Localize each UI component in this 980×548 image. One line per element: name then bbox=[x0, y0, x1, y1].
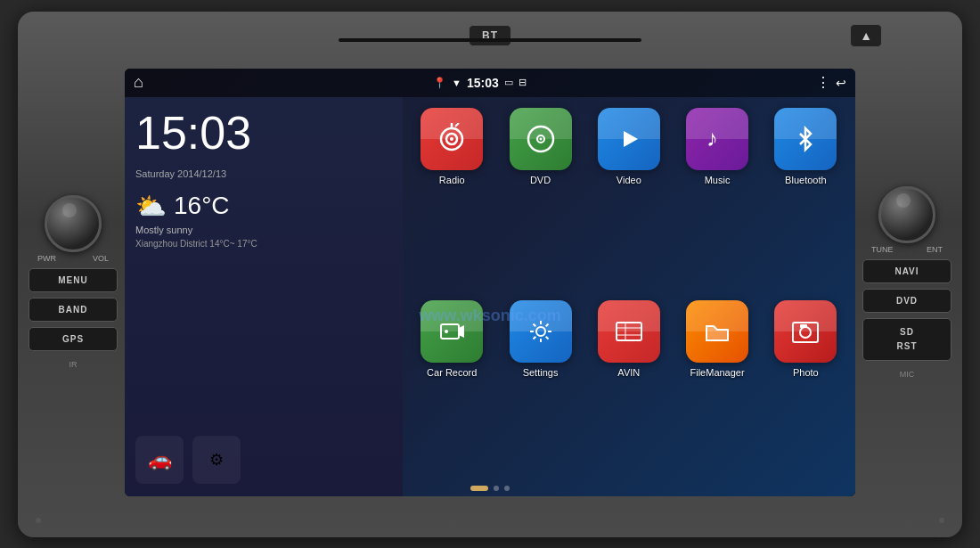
right-controls: TUNE ENT NAVI DVD SDRST MIC bbox=[862, 186, 951, 379]
left-panel: 15:03 Saturday 2014/12/13 ⛅ 16°C Mostly … bbox=[125, 97, 403, 496]
screen-content: 15:03 Saturday 2014/12/13 ⛅ 16°C Mostly … bbox=[125, 97, 855, 496]
app-icon-avin bbox=[598, 300, 660, 363]
app-item-car-record[interactable]: Car Record bbox=[412, 300, 493, 486]
bt-button[interactable]: BT bbox=[469, 25, 511, 46]
svg-point-12 bbox=[445, 330, 448, 333]
bottom-strip bbox=[18, 512, 962, 528]
mic-label: MIC bbox=[900, 370, 915, 379]
car-unit: BT ▲ PWR VOL MENU BAND GPS IR ⌂ bbox=[18, 12, 962, 537]
app-icon-bluetooth bbox=[774, 108, 837, 170]
nav-dot-3 bbox=[504, 486, 510, 491]
app-item-avin[interactable]: AVIN bbox=[588, 300, 669, 486]
navi-button[interactable]: NAVI bbox=[862, 259, 951, 283]
pwr-label: PWR bbox=[37, 254, 56, 263]
weather-sub: Xiangzhou District 14°C~ 17°C bbox=[135, 239, 392, 249]
gps-button[interactable]: GPS bbox=[29, 327, 118, 351]
sd-rst-button[interactable]: SDRST bbox=[862, 318, 951, 361]
svg-rect-20 bbox=[800, 324, 807, 328]
back-icon[interactable]: ↩ bbox=[836, 76, 846, 90]
app-icon-dvd bbox=[510, 108, 572, 170]
app-item-dvd[interactable]: DVD bbox=[500, 108, 581, 293]
app-label-bluetooth: Bluetooth bbox=[785, 175, 826, 185]
top-strip: BT ▲ bbox=[18, 19, 962, 53]
car-icon: 🚗 bbox=[148, 448, 172, 471]
svg-text:♪: ♪ bbox=[706, 125, 718, 151]
cd-slot bbox=[339, 38, 641, 42]
weather-section: ⛅ 16°C Mostly sunny Xiangzhou District 1… bbox=[135, 192, 392, 249]
ent-label: ENT bbox=[927, 245, 943, 254]
vol-label: VOL bbox=[93, 254, 109, 263]
bottom-dot-right bbox=[939, 518, 944, 523]
nav-dots bbox=[470, 486, 510, 491]
weather-desc: Mostly sunny bbox=[135, 225, 392, 235]
app-label-filemanager: FileManager bbox=[690, 367, 745, 378]
tune-knob[interactable] bbox=[878, 186, 935, 243]
app-icon-radio bbox=[421, 108, 483, 170]
nav-dot-2 bbox=[494, 486, 499, 491]
right-top-labels: TUNE ENT bbox=[871, 245, 943, 254]
band-button[interactable]: BAND bbox=[29, 298, 118, 322]
svg-line-4 bbox=[455, 123, 459, 127]
svg-rect-18 bbox=[793, 323, 818, 342]
main-row: PWR VOL MENU BAND GPS IR ⌂ 📍 ▼ 15:03 bbox=[18, 53, 962, 512]
weather-temp: 16°C bbox=[174, 192, 230, 220]
app-item-photo[interactable]: Photo bbox=[765, 300, 846, 486]
app-item-music[interactable]: ♪Music bbox=[676, 108, 757, 293]
tune-label: TUNE bbox=[871, 245, 894, 254]
app-item-radio[interactable]: Radio bbox=[412, 108, 493, 293]
app-icon-car-record bbox=[421, 300, 483, 363]
eject-button[interactable]: ▲ bbox=[850, 24, 882, 47]
app-label-avin: AVIN bbox=[617, 367, 640, 378]
app-item-video[interactable]: Video bbox=[588, 108, 669, 293]
left-side-buttons: MENU BAND GPS bbox=[29, 268, 118, 351]
svg-point-19 bbox=[800, 327, 811, 338]
app-icon-settings bbox=[510, 300, 572, 363]
app-icon-photo bbox=[774, 300, 837, 363]
weather-top: ⛅ 16°C bbox=[135, 192, 392, 221]
menu-button[interactable]: MENU bbox=[29, 268, 118, 292]
svg-marker-8 bbox=[624, 131, 638, 147]
dots-widget[interactable]: ⚙ bbox=[192, 436, 241, 484]
app-item-filemanager[interactable]: FileManager bbox=[676, 300, 757, 486]
app-grid: RadioDVDVideo♪MusicBluetoothCar RecordSe… bbox=[403, 97, 855, 496]
volume-knob[interactable] bbox=[45, 195, 102, 252]
status-bar: ⌂ 📍 ▼ 15:03 ▭ ⊟ ⋮ ↩ bbox=[125, 69, 855, 97]
app-item-settings[interactable]: Settings bbox=[500, 300, 581, 486]
app-label-settings: Settings bbox=[523, 367, 559, 378]
svg-rect-10 bbox=[441, 324, 459, 339]
car-widget[interactable]: 🚗 bbox=[135, 436, 184, 484]
date-display: Saturday 2014/12/13 bbox=[135, 168, 392, 179]
screen: ⌂ 📍 ▼ 15:03 ▭ ⊟ ⋮ ↩ bbox=[125, 69, 855, 496]
wifi-icon: ▼ bbox=[452, 78, 461, 88]
dots-icon: ⚙ bbox=[209, 450, 224, 470]
right-side-buttons: NAVI DVD SDRST bbox=[862, 259, 951, 361]
location-icon: 📍 bbox=[433, 77, 446, 89]
app-item-bluetooth[interactable]: Bluetooth bbox=[765, 108, 846, 293]
svg-point-13 bbox=[536, 327, 545, 336]
home-icon[interactable]: ⌂ bbox=[134, 73, 143, 92]
svg-point-2 bbox=[450, 137, 453, 141]
app-label-video: Video bbox=[617, 175, 641, 185]
ir-label: IR bbox=[69, 360, 78, 369]
screen-wrapper: ⌂ 📍 ▼ 15:03 ▭ ⊟ ⋮ ↩ bbox=[125, 69, 855, 496]
svg-rect-14 bbox=[617, 323, 641, 340]
app-icon-video bbox=[598, 108, 660, 170]
status-time: 15:03 bbox=[467, 76, 499, 90]
app-label-photo: Photo bbox=[793, 367, 819, 378]
nav-dot-1 bbox=[470, 486, 488, 491]
screen-icon: ⊟ bbox=[519, 77, 527, 88]
bottom-widgets: 🚗 ⚙ bbox=[135, 436, 392, 484]
dvd-button[interactable]: DVD bbox=[862, 289, 951, 313]
left-labels: PWR VOL bbox=[37, 254, 109, 263]
bottom-dot-left bbox=[36, 518, 41, 523]
more-icon[interactable]: ⋮ bbox=[816, 74, 830, 91]
status-right: ⋮ ↩ bbox=[816, 74, 846, 91]
weather-icon: ⛅ bbox=[135, 192, 167, 221]
app-icon-filemanager bbox=[686, 300, 748, 363]
app-label-music: Music bbox=[705, 175, 731, 185]
app-label-dvd: DVD bbox=[530, 175, 551, 185]
status-center: 📍 ▼ 15:03 ▭ ⊟ bbox=[433, 76, 527, 90]
app-label-car-record: Car Record bbox=[427, 367, 477, 378]
app-icon-music: ♪ bbox=[686, 108, 748, 170]
svg-point-7 bbox=[539, 137, 542, 140]
